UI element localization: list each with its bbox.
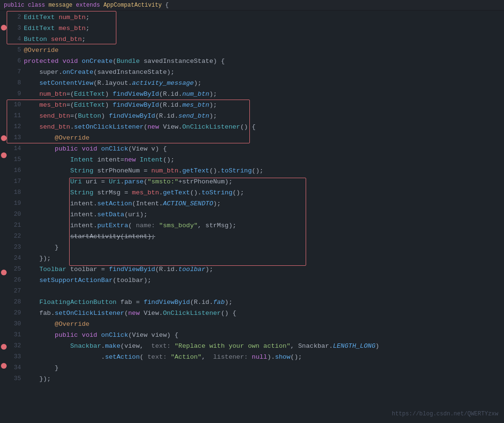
code-line: 26 setSupportActionBar(toolbar); (24, 275, 504, 286)
code-line: 31 public void onClick(View view) { (24, 330, 504, 341)
breakpoint-dot-2[interactable] (1, 135, 7, 141)
code-line: 3 EditText mes_btn; (24, 23, 504, 34)
breakpoint-dot-6[interactable] (1, 363, 7, 369)
code-line: 29 fab.setOnClickListener(new View.OnCli… (24, 308, 504, 319)
code-line: 34 } (24, 363, 504, 374)
code-line: 32 Snackbar.make(view, text: "Replace wi… (24, 341, 504, 352)
code-line: 15 Intent intent=new Intent(); (24, 155, 504, 166)
code-line: 18 String strMsg = mes_btn.getText().toS… (24, 188, 504, 199)
code-line: 2 EditText num_btn; (24, 12, 504, 23)
code-line: 24 }); (24, 253, 504, 264)
blog-url: https://blog.csdn.net/QWERTYzxw (392, 411, 498, 417)
code-line: 12 send_btn.setOnClickListener(new View.… (24, 122, 504, 133)
code-line: 22 startActivity(intent); (24, 232, 504, 242)
breakpoint-dot-1[interactable] (1, 25, 7, 30)
breakpoint-dot-4[interactable] (1, 270, 7, 275)
code-line: 23 } (24, 242, 504, 253)
breakpoint-dot-3[interactable] (1, 152, 7, 158)
code-line: 9 num_btn=(EditText) findViewById(R.id.n… (24, 89, 504, 100)
code-line: 35 }); (24, 374, 504, 385)
code-line: 13 @Override (24, 133, 504, 144)
breakpoint-dot-5[interactable] (1, 344, 7, 350)
code-line: 7 super.onCreate(savedInstanceState); (24, 67, 504, 78)
code-line: 21 intent.putExtra( name: "sms_body", st… (24, 221, 504, 232)
code-line: 16 String strPhoneNum = num_btn.getText(… (24, 166, 504, 177)
code-line: 20 intent.setData(uri); (24, 210, 504, 221)
code-line: 25 Toolbar toolbar = findViewByid(R.id.t… (24, 264, 504, 275)
code-area: 2 EditText num_btn; 3 EditText mes_btn; … (0, 10, 504, 387)
code-line: 6 protected void onCreate(Bundle savedIn… (24, 56, 504, 67)
code-line: 27 (24, 286, 504, 297)
code-line: 19 intent.setAction(Intent.ACTION_SENDTO… (24, 199, 504, 210)
code-line: 33 .setAction( text: "Action", listener:… (24, 352, 504, 363)
code-editor: public class message extends AppCompatAc… (0, 0, 504, 423)
code-line: 28 FloatingActionButton fab = findViewBy… (24, 297, 504, 308)
class-header: public class message extends AppCompatAc… (4, 2, 169, 9)
code-line: 8 setContentView(R.layout.activity_messa… (24, 78, 504, 89)
code-line: 5 @Override (24, 45, 504, 56)
code-line: 4 Button send_btn; (24, 34, 504, 45)
code-line: 30 @Override (24, 319, 504, 330)
code-line: 17 Uri uri = Uri.parse("smsto:"+strPhone… (24, 177, 504, 188)
left-gutter (0, 10, 9, 387)
code-line: 14 public void onClick(View v) { (24, 144, 504, 155)
top-bar: public class message extends AppCompatAc… (0, 0, 504, 10)
code-line: 11 send_btn=(Button) findViewById(R.id.s… (24, 111, 504, 122)
code-line: 10 mes_btn=(EditText) findViewById(R.id.… (24, 100, 504, 111)
